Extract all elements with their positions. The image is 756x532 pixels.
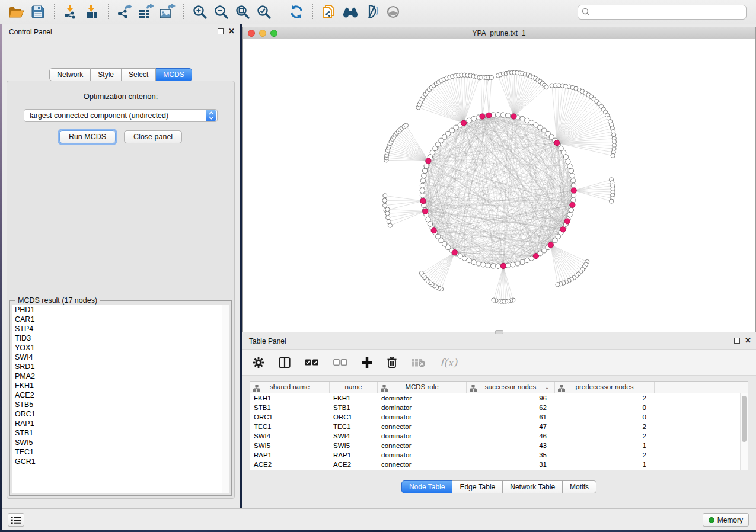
graph-leaf-node[interactable] <box>489 75 493 79</box>
graph-leaf-node[interactable] <box>404 123 408 127</box>
table-row[interactable]: SWI5SWI5connector431 <box>250 441 740 450</box>
graph-leaf-node[interactable] <box>544 85 548 89</box>
graph-node[interactable] <box>569 207 573 212</box>
tab-network[interactable]: Network <box>49 68 91 81</box>
network-graph[interactable] <box>243 39 755 332</box>
close-panel-icon[interactable]: ✕ <box>228 28 235 34</box>
graph-leaf-node[interactable] <box>382 203 387 207</box>
mcds-result-item[interactable]: GCR1 <box>12 457 222 466</box>
column-header-predecessor-nodes[interactable]: predecessor nodes <box>555 382 655 393</box>
graph-leaf-node[interactable] <box>382 198 387 203</box>
run-mcds-button[interactable]: Run MCDS <box>59 130 116 143</box>
save-session-icon[interactable] <box>27 2 49 21</box>
hide-panel-icon[interactable] <box>361 2 382 21</box>
mcds-result-item[interactable]: TID3 <box>12 334 222 343</box>
deselect-checkboxes-icon[interactable] <box>333 359 347 366</box>
search-input[interactable] <box>593 8 742 16</box>
graph-node[interactable] <box>420 193 425 198</box>
graph-node[interactable] <box>496 113 500 117</box>
window-minimize-icon[interactable] <box>259 30 266 37</box>
graph-mcds-hub-node[interactable] <box>431 228 436 233</box>
graph-mcds-hub-node[interactable] <box>564 219 570 224</box>
graph-mcds-hub-node[interactable] <box>560 227 566 232</box>
window-close-icon[interactable] <box>248 30 255 37</box>
graph-leaf-node[interactable] <box>386 216 390 220</box>
export-table-icon[interactable] <box>135 2 157 21</box>
float-table-panel-icon[interactable] <box>734 338 740 344</box>
table-tab-node-table[interactable]: Node Table <box>401 480 453 493</box>
graph-leaf-node[interactable] <box>385 211 390 216</box>
mcds-result-item[interactable]: STP4 <box>12 324 222 334</box>
graph-node[interactable] <box>570 173 575 178</box>
graph-leaf-node[interactable] <box>492 298 496 302</box>
graph-node[interactable] <box>511 262 515 267</box>
mcds-result-item[interactable]: STB1 <box>12 428 222 438</box>
graph-node[interactable] <box>563 155 568 159</box>
graph-node[interactable] <box>420 178 425 183</box>
table-tab-motifs[interactable]: Motifs <box>563 480 596 493</box>
mcds-result-item[interactable]: SRD1 <box>12 362 222 371</box>
close-panel-button[interactable]: Close panel <box>124 130 182 143</box>
graph-mcds-hub-node[interactable] <box>548 242 553 248</box>
graph-leaf-node[interactable] <box>611 153 615 158</box>
graph-node[interactable] <box>426 217 430 222</box>
mcds-result-item[interactable]: CAR1 <box>12 315 222 324</box>
graph-mcds-hub-node[interactable] <box>554 140 560 146</box>
table-tab-edge-table[interactable]: Edge Table <box>452 480 503 493</box>
graph-node[interactable] <box>505 113 510 118</box>
table-row[interactable]: RAP1RAP1dominator352 <box>250 450 740 460</box>
table-row[interactable]: FKH1FKH1dominator962 <box>250 393 740 403</box>
graph-leaf-node[interactable] <box>556 283 560 287</box>
tab-style[interactable]: Style <box>91 68 122 81</box>
import-table-icon[interactable] <box>81 2 103 21</box>
table-row[interactable]: STB1STB1dominator620 <box>250 403 740 412</box>
graph-node[interactable] <box>570 178 575 183</box>
column-header-successor-nodes[interactable]: successor nodes⌄ <box>467 382 555 393</box>
graph-node[interactable] <box>424 164 429 168</box>
optimization-criterion-select[interactable]: largest connected component (undirected) <box>24 109 218 122</box>
mcds-result-item[interactable]: PMA2 <box>12 371 222 381</box>
graph-node[interactable] <box>571 193 576 198</box>
table-row[interactable]: ORC1ORC1dominator610 <box>250 412 740 422</box>
graph-mcds-hub-node[interactable] <box>500 263 506 268</box>
mcds-result-item[interactable]: FKH1 <box>12 381 222 390</box>
memory-button[interactable]: Memory <box>703 513 749 527</box>
mcds-result-scrollbar[interactable] <box>222 305 229 493</box>
graph-mcds-hub-node[interactable] <box>480 114 485 119</box>
graph-node[interactable] <box>567 164 572 168</box>
mcds-result-item[interactable]: SWI4 <box>12 352 222 362</box>
tab-mcds[interactable]: MCDS <box>156 68 192 81</box>
export-network-icon[interactable] <box>114 2 135 21</box>
graph-mcds-hub-node[interactable] <box>486 113 492 118</box>
graph-node[interactable] <box>471 116 476 121</box>
column-header-name[interactable]: name <box>330 382 378 393</box>
graph-leaf-node[interactable] <box>419 271 423 275</box>
graph-mcds-hub-node[interactable] <box>426 158 431 164</box>
mcds-result-item[interactable]: TEC1 <box>12 447 222 457</box>
graph-node[interactable] <box>515 261 520 266</box>
export-image-icon[interactable] <box>157 2 178 21</box>
tab-select[interactable]: Select <box>122 68 156 81</box>
mcds-result-item[interactable]: RAP1 <box>12 419 222 428</box>
mcds-result-item[interactable]: STB5 <box>12 400 222 409</box>
graph-node[interactable] <box>481 262 486 267</box>
graph-node[interactable] <box>422 173 426 178</box>
graph-mcds-hub-node[interactable] <box>423 209 428 214</box>
graph-leaf-node[interactable] <box>387 219 391 223</box>
graph-node[interactable] <box>422 168 427 173</box>
graph-mcds-hub-node[interactable] <box>461 120 466 126</box>
network-canvas[interactable] <box>243 39 755 332</box>
open-session-icon[interactable] <box>6 2 27 21</box>
graph-node[interactable] <box>525 258 529 262</box>
mcds-result-item[interactable]: YOX1 <box>12 343 222 352</box>
graph-node[interactable] <box>486 263 490 268</box>
close-table-panel-icon[interactable]: ✕ <box>745 338 751 344</box>
graph-mcds-hub-node[interactable] <box>420 198 426 204</box>
column-header-shared-name[interactable]: shared name <box>250 382 330 393</box>
graph-leaf-node[interactable] <box>383 194 387 198</box>
delete-icon[interactable] <box>387 357 397 368</box>
window-maximize-icon[interactable] <box>270 30 277 37</box>
mcds-result-item[interactable]: ORC1 <box>12 409 222 419</box>
scrollbar-thumb[interactable] <box>742 396 747 442</box>
graph-node[interactable] <box>571 183 576 188</box>
